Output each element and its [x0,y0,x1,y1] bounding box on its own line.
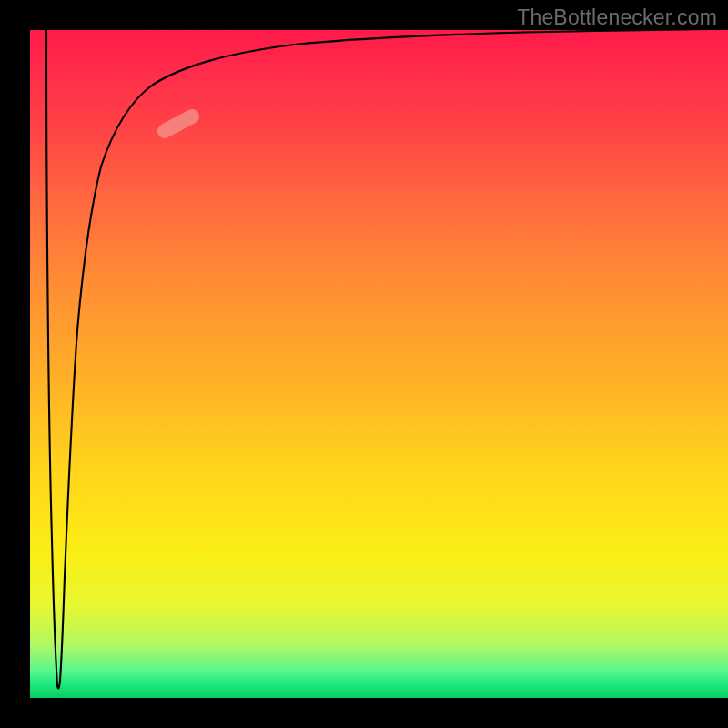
curve-layer [30,30,728,698]
chart-stage: TheBottlenecker.com [0,0,728,728]
watermark-text: TheBottlenecker.com [517,5,717,30]
bottleneck-curve [46,30,728,688]
plot-area [30,30,728,698]
